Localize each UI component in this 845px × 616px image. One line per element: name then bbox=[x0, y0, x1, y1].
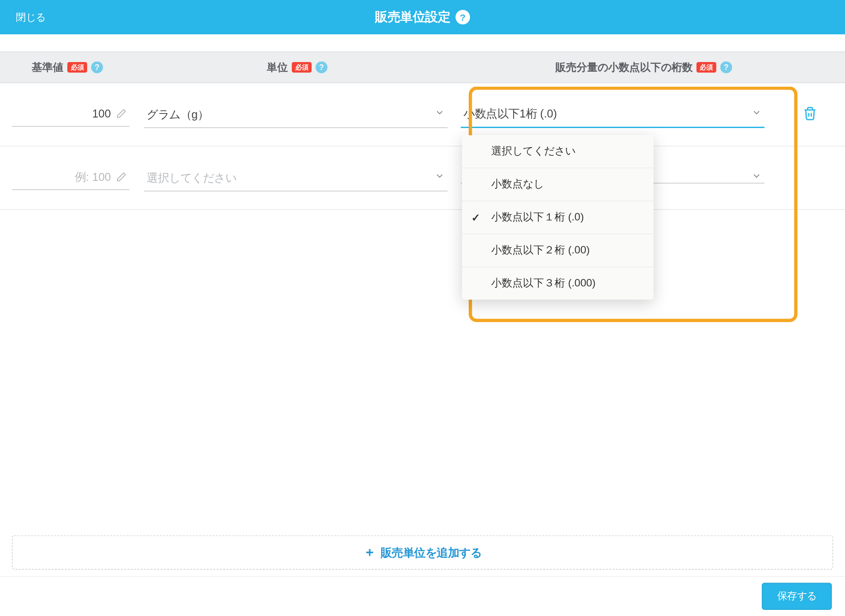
decimals-select-value: 小数点以下1桁 (.0) bbox=[463, 108, 557, 121]
delete-row-button[interactable] bbox=[799, 102, 821, 127]
chevron-down-icon bbox=[434, 171, 445, 185]
pencil-icon bbox=[116, 171, 127, 184]
required-badge: 必須 bbox=[697, 62, 716, 73]
decimals-select[interactable]: 小数点以下1桁 (.0) bbox=[461, 101, 764, 128]
unit-row: 選択してください bbox=[0, 147, 845, 210]
unit-row: グラム（g） 小数点以下1桁 (.0) 選択してください 小数点なし ✓小数点以… bbox=[0, 83, 845, 147]
unit-select[interactable]: グラム（g） bbox=[144, 101, 448, 128]
help-icon[interactable]: ? bbox=[720, 62, 732, 73]
required-badge: 必須 bbox=[292, 62, 312, 73]
save-bar: 保存する bbox=[0, 576, 845, 616]
help-icon[interactable]: ? bbox=[91, 62, 103, 73]
dropdown-option[interactable]: ✓小数点以下１桁 (.0) bbox=[462, 202, 654, 235]
base-value-input[interactable] bbox=[12, 166, 129, 191]
footer: 販売単位を追加する 保存する bbox=[0, 535, 845, 616]
page-title: 販売単位設定 bbox=[375, 9, 450, 26]
check-icon: ✓ bbox=[471, 211, 480, 224]
save-button[interactable]: 保存する bbox=[762, 583, 832, 610]
chevron-down-icon bbox=[434, 107, 445, 121]
column-label-decimals: 販売分量の小数点以下の桁数 bbox=[555, 60, 693, 74]
plus-icon bbox=[364, 546, 375, 558]
help-icon[interactable]: ? bbox=[316, 62, 327, 73]
required-badge: 必須 bbox=[67, 62, 87, 73]
page-title-wrap: 販売単位設定 ? bbox=[0, 9, 845, 26]
add-unit-button[interactable]: 販売単位を追加する bbox=[12, 535, 833, 570]
chevron-down-icon bbox=[751, 107, 762, 121]
help-icon[interactable]: ? bbox=[456, 10, 470, 25]
dropdown-option[interactable]: 小数点以下２桁 (.00) bbox=[462, 235, 654, 268]
dropdown-option[interactable]: 選択してください bbox=[462, 136, 654, 169]
column-header-row: 基準値 必須 ? 単位 必須 ? 販売分量の小数点以下の桁数 必須 ? bbox=[0, 51, 845, 83]
close-button[interactable]: 閉じる bbox=[16, 11, 46, 24]
add-unit-label: 販売単位を追加する bbox=[381, 545, 482, 561]
unit-select-placeholder: 選択してください bbox=[147, 171, 236, 184]
dropdown-option[interactable]: 小数点なし bbox=[462, 169, 654, 202]
column-label-base: 基準値 bbox=[32, 60, 63, 74]
dropdown-option[interactable]: 小数点以下３桁 (.000) bbox=[462, 268, 654, 300]
pencil-icon bbox=[116, 108, 127, 121]
app-header: 閉じる 販売単位設定 ? bbox=[0, 0, 845, 34]
chevron-down-icon bbox=[751, 171, 762, 185]
column-label-unit: 単位 bbox=[267, 60, 288, 74]
base-value-input[interactable] bbox=[12, 103, 129, 127]
unit-select[interactable]: 選択してください bbox=[144, 165, 448, 191]
unit-select-value: グラム（g） bbox=[147, 108, 209, 121]
decimals-dropdown: 選択してください 小数点なし ✓小数点以下１桁 (.0) 小数点以下２桁 (.0… bbox=[462, 136, 654, 300]
